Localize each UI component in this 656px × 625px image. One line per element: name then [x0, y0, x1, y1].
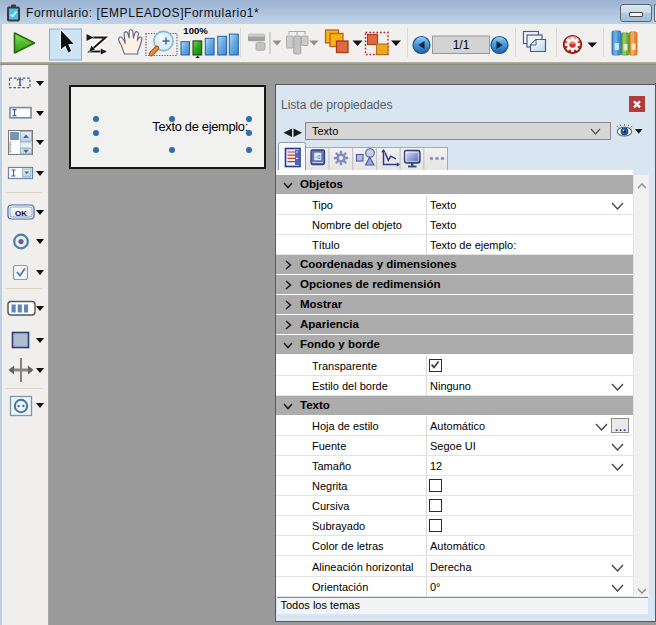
svg-text:1/1: 1/1 — [453, 38, 470, 52]
svg-text:-0: -0 — [315, 154, 320, 160]
svg-text:100%: 100% — [183, 25, 208, 36]
